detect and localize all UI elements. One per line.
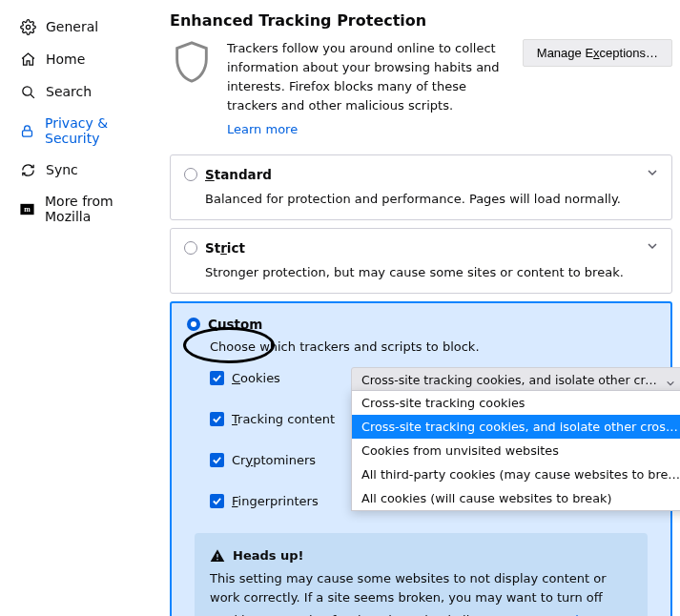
- chevron-down-icon[interactable]: [647, 240, 658, 252]
- gear-icon: [19, 18, 36, 35]
- radio-custom[interactable]: [187, 318, 200, 331]
- svg-text:m: m: [24, 205, 31, 214]
- radio-standard[interactable]: [184, 168, 197, 181]
- checkbox-tracking[interactable]: [210, 412, 224, 426]
- search-icon: [19, 83, 36, 100]
- option-custom: Custom Choose which trackers and scripts…: [170, 301, 672, 616]
- cookies-dropdown: Cross-site tracking cookies Cross-site t…: [351, 390, 680, 511]
- option-label: Custom: [208, 317, 262, 332]
- option-desc: Stronger protection, but may cause some …: [205, 265, 656, 279]
- manage-exceptions-button[interactable]: Manage Exceptions…: [523, 39, 672, 67]
- shield-icon: [170, 39, 214, 89]
- option-label: Standard: [205, 167, 272, 182]
- checkbox-cookies[interactable]: [210, 371, 224, 385]
- heads-up-title-text: Heads up!: [233, 546, 304, 565]
- svg-point-1: [22, 86, 31, 94]
- sidebar-item-sync[interactable]: Sync: [11, 154, 162, 185]
- home-icon: [19, 51, 36, 68]
- heads-up-note: Heads up! This setting may cause some we…: [195, 533, 648, 616]
- option-standard[interactable]: Standard Balanced for protection and per…: [170, 154, 672, 220]
- sidebar: General Home Search Privacy & Security S…: [0, 0, 168, 616]
- dropdown-item[interactable]: Cookies from unvisited websites: [352, 439, 680, 462]
- radio-strict[interactable]: [184, 241, 197, 255]
- cookies-select[interactable]: Cross-site tracking cookies, and isolate…: [351, 367, 680, 393]
- checkbox-label: Fingerprinters: [232, 494, 319, 508]
- page-title: Enhanced Tracking Protection: [170, 11, 672, 30]
- checkbox-label: Cryptominers: [232, 453, 316, 467]
- warning-icon: [210, 548, 225, 564]
- svg-point-0: [26, 25, 30, 29]
- sidebar-item-label: Sync: [46, 162, 78, 177]
- content: Enhanced Tracking Protection Trackers fo…: [168, 0, 680, 616]
- heads-up-body: This setting may cause some websites to …: [210, 571, 607, 616]
- cookies-select-value: Cross-site tracking cookies, and isolate…: [361, 373, 680, 387]
- checkbox-finger[interactable]: [210, 494, 224, 508]
- option-desc: Choose which trackers and scripts to blo…: [210, 339, 655, 354]
- sidebar-item-home[interactable]: Home: [11, 44, 162, 74]
- chevron-down-icon[interactable]: [647, 167, 658, 178]
- sidebar-item-label: General: [46, 19, 98, 34]
- checkbox-label: Cookies: [232, 371, 280, 385]
- svg-rect-2: [23, 130, 32, 135]
- checkbox-label: Tracking content: [232, 412, 335, 426]
- checkbox-cookies-row: Cookies Cross-site tracking cookies, and…: [210, 371, 655, 385]
- sidebar-item-label: Home: [46, 51, 85, 67]
- mozilla-icon: m: [19, 200, 35, 217]
- dropdown-item-selected[interactable]: Cross-site tracking cookies, and isolate…: [352, 415, 680, 439]
- option-strict[interactable]: Strict Stronger protection, but may caus…: [170, 228, 672, 294]
- intro: Trackers follow you around online to col…: [170, 39, 672, 139]
- sync-icon: [19, 161, 36, 178]
- sidebar-item-label: Search: [46, 84, 92, 99]
- dropdown-item[interactable]: All third-party cookies (may cause websi…: [352, 462, 680, 486]
- sidebar-item-label: More from Mozilla: [45, 194, 155, 224]
- sidebar-item-mozilla[interactable]: m More from Mozilla: [11, 187, 162, 231]
- option-label: Strict: [205, 240, 245, 256]
- heads-up-title: Heads up!: [210, 546, 632, 565]
- lock-icon: [19, 122, 35, 139]
- sidebar-item-search[interactable]: Search: [11, 76, 162, 107]
- dropdown-item[interactable]: Cross-site tracking cookies: [352, 391, 680, 415]
- sidebar-item-privacy[interactable]: Privacy & Security: [11, 109, 162, 153]
- learn-how-link[interactable]: Learn how: [537, 611, 601, 616]
- sidebar-item-general[interactable]: General: [11, 11, 162, 42]
- intro-body: Trackers follow you around online to col…: [227, 41, 500, 113]
- option-desc: Balanced for protection and performance.…: [205, 192, 656, 206]
- dropdown-item[interactable]: All cookies (will cause websites to brea…: [352, 486, 680, 510]
- learn-more-link[interactable]: Learn more: [227, 120, 298, 139]
- intro-text: Trackers follow you around online to col…: [227, 39, 513, 139]
- checkbox-crypto[interactable]: [210, 453, 224, 467]
- sidebar-item-label: Privacy & Security: [45, 115, 155, 146]
- chevron-down-icon: [666, 377, 675, 386]
